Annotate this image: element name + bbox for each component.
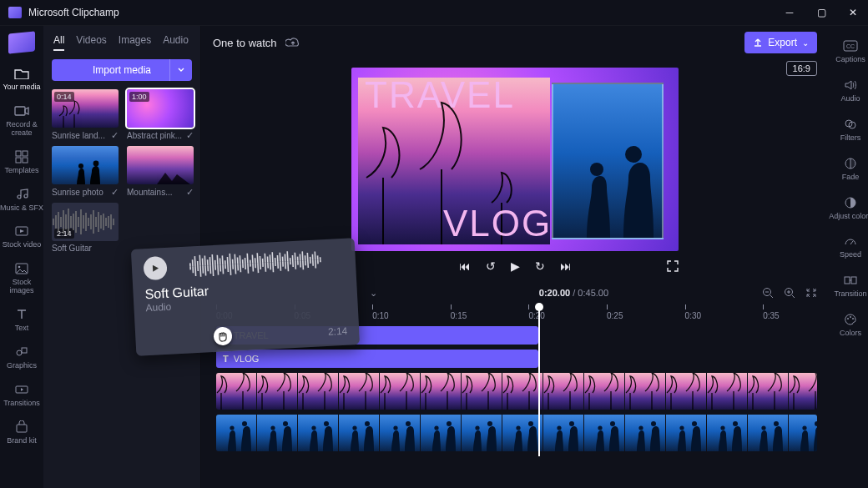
nav-label: Your media	[3, 83, 40, 92]
window-close-button[interactable]: ✕	[846, 7, 860, 18]
inspector-colors[interactable]: Colors	[829, 306, 868, 344]
media-item[interactable]: Sunrise photo✓	[52, 146, 119, 198]
window-maximize-button[interactable]: ▢	[815, 7, 828, 18]
video-preview[interactable]: TRAVEL VLOG	[351, 68, 679, 251]
filters-icon	[842, 117, 859, 132]
media-icon	[13, 66, 30, 81]
rewind-button[interactable]: ↺	[486, 259, 496, 273]
skip-end-button[interactable]: ⏭	[560, 259, 572, 273]
tab-videos[interactable]: Videos	[76, 34, 106, 51]
inspector-speed[interactable]: Speed	[829, 228, 868, 265]
nav-transitions[interactable]: Transitions	[0, 377, 43, 413]
fullscreen-button[interactable]	[667, 260, 679, 272]
media-duration: 1:00	[129, 92, 149, 102]
tab-images[interactable]: Images	[119, 34, 151, 51]
nav-music-sfx[interactable]: Music & SFX	[0, 182, 43, 218]
nav-text[interactable]: Text	[0, 302, 43, 338]
svg-point-33	[528, 421, 533, 426]
text-clip[interactable]: T VLOG	[216, 350, 538, 368]
import-media-dropdown[interactable]	[169, 59, 192, 81]
skip-start-button[interactable]: ⏮	[459, 259, 471, 273]
svg-point-35	[569, 421, 574, 426]
nav-graphics[interactable]: Graphics	[0, 340, 43, 375]
svg-point-19	[242, 421, 247, 426]
import-media-button[interactable]: Import media	[52, 59, 192, 81]
nav-your-media[interactable]: Your media	[0, 61, 43, 97]
inspector-label: Fade	[842, 174, 860, 182]
svg-point-30	[475, 425, 479, 430]
zoom-in-button[interactable]	[784, 287, 795, 299]
zoom-out-button[interactable]	[762, 287, 774, 299]
svg-point-37	[610, 421, 615, 426]
nav-stock-images[interactable]: Stock images	[0, 256, 43, 300]
svg-point-40	[679, 425, 684, 430]
stockimage-icon	[13, 261, 30, 276]
inspector-filters[interactable]: Filters	[829, 111, 868, 148]
video-clip[interactable]	[216, 373, 817, 410]
inspector-transition[interactable]: Transition	[829, 267, 868, 304]
svg-point-7	[18, 266, 21, 269]
tab-audio[interactable]: Audio	[163, 34, 189, 51]
nav-record-create[interactable]: Record & create	[0, 98, 43, 143]
svg-point-31	[487, 421, 492, 426]
media-item[interactable]: 1:00 Abstract pink...✓	[127, 89, 194, 141]
export-button[interactable]: Export ⌄	[744, 32, 817, 53]
svg-point-38	[638, 425, 643, 430]
timeline-more-button[interactable]: ⌄	[370, 288, 377, 299]
nav-label: Graphics	[7, 362, 37, 370]
audio-card-play-button[interactable]	[143, 256, 167, 280]
svg-rect-2	[23, 151, 28, 156]
media-tabs: All Videos Images Audio	[43, 26, 200, 56]
timeline-position: 0:20.00 / 0:45.00	[539, 288, 608, 298]
export-label: Export	[768, 37, 797, 48]
media-added-icon: ✓	[111, 187, 119, 198]
zoom-fit-button[interactable]	[805, 287, 817, 299]
svg-point-12	[78, 164, 83, 169]
svg-point-46	[802, 425, 806, 430]
svg-point-39	[651, 421, 656, 426]
media-item[interactable]: Mountains...✓	[127, 146, 194, 198]
inspector-captions[interactable]: CC Captions	[829, 33, 868, 70]
video-clip[interactable]	[216, 415, 817, 451]
svg-point-27	[406, 421, 411, 426]
inspector-adjust-colors[interactable]: Adjust colors	[829, 189, 868, 227]
project-title[interactable]: One to watch	[213, 37, 277, 49]
editor-toolbar: One to watch Export ⌄	[201, 26, 829, 59]
text-clip-icon: T	[223, 354, 229, 364]
forward-button[interactable]: ↻	[535, 259, 545, 273]
svg-point-20	[270, 425, 275, 430]
svg-rect-0	[15, 107, 25, 115]
dragging-audio-card[interactable]: Soft Guitar Audio 2:14	[131, 238, 360, 356]
tab-all[interactable]: All	[53, 34, 64, 51]
aspect-ratio-button[interactable]: 16:9	[786, 61, 817, 76]
svg-point-25	[365, 421, 370, 426]
play-button[interactable]: ▶	[511, 259, 520, 273]
preview-inset-photo	[552, 83, 664, 239]
svg-point-57	[850, 316, 851, 318]
inspector-audio[interactable]: Audio	[829, 72, 868, 109]
media-item[interactable]: 0:14 Sunrise land...✓	[52, 89, 119, 141]
stockvideo-icon	[13, 224, 30, 239]
nav-label: Record & create	[0, 121, 43, 138]
inspector-fade[interactable]: Fade	[829, 150, 868, 188]
nav-label: Text	[15, 324, 29, 333]
svg-point-43	[733, 421, 738, 426]
svg-point-26	[393, 425, 397, 430]
timeline-playhead[interactable]	[538, 308, 540, 456]
media-item[interactable]: 2:14 Soft Guitar	[52, 203, 119, 253]
svg-point-22	[311, 425, 315, 430]
nav-label: Music & SFX	[0, 204, 43, 213]
media-name: Sunrise land...	[52, 131, 105, 140]
window-minimize-button[interactable]: ─	[783, 7, 796, 18]
nav-brand-kit[interactable]: Brand kit	[0, 415, 43, 450]
transition-icon	[842, 273, 859, 288]
media-added-icon: ✓	[186, 187, 194, 198]
svg-point-29	[447, 421, 452, 426]
inspector-label: Captions	[835, 56, 865, 64]
record-icon	[13, 103, 30, 118]
svg-point-44	[761, 425, 765, 430]
cloud-sync-icon[interactable]	[285, 37, 300, 48]
nav-label: Stock video	[3, 241, 42, 249]
nav-templates[interactable]: Templates	[0, 144, 43, 180]
nav-stock-video[interactable]: Stock video	[0, 219, 43, 254]
